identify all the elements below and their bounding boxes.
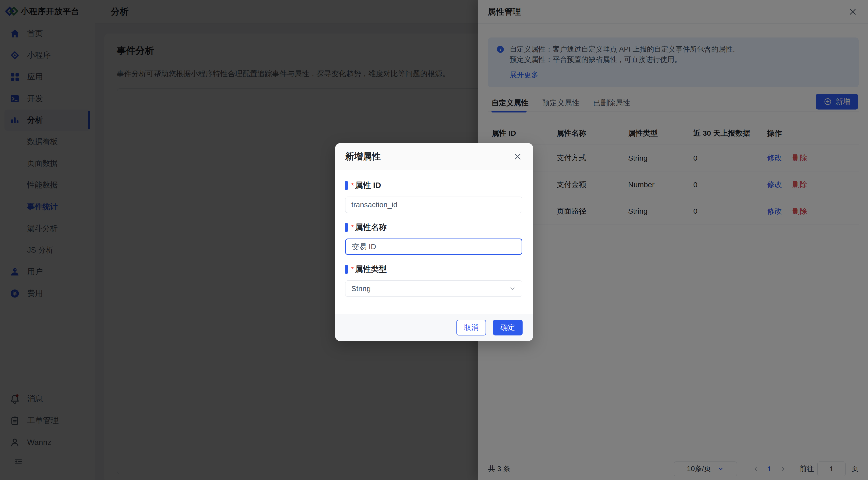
modal-title: 新增属性: [345, 151, 381, 163]
modal-footer: 取消 确定: [335, 314, 533, 341]
attr-id-input[interactable]: [345, 197, 522, 213]
attr-type-select[interactable]: String: [345, 281, 522, 297]
required-asterisk: *: [351, 265, 354, 274]
required-asterisk: *: [351, 181, 354, 190]
attr-type-label: 属性类型: [355, 264, 386, 275]
modal-header: 新增属性: [335, 143, 533, 170]
attr-name-input[interactable]: [345, 238, 522, 255]
attr-id-label: 属性 ID: [355, 180, 381, 191]
app-root: 小程序开放平台 首页 小程序: [0, 0, 868, 480]
confirm-button[interactable]: 确定: [493, 320, 523, 335]
required-asterisk: *: [351, 223, 354, 232]
label-accent-bar: [345, 223, 348, 232]
attr-type-label-row: * 属性类型: [345, 264, 523, 275]
attr-name-label: 属性名称: [355, 222, 386, 233]
cancel-button[interactable]: 取消: [457, 320, 486, 335]
attr-id-label-row: * 属性 ID: [345, 180, 523, 191]
modal-close-icon[interactable]: [512, 151, 523, 162]
add-attribute-modal: 新增属性 * 属性 ID * 属性名称 * 属性类型: [335, 143, 533, 341]
attr-name-label-row: * 属性名称: [345, 222, 523, 233]
label-accent-bar: [345, 265, 348, 274]
chevron-down-icon: [509, 285, 516, 292]
label-accent-bar: [345, 181, 348, 190]
modal-body: * 属性 ID * 属性名称 * 属性类型 String: [335, 170, 533, 297]
attr-type-value: String: [351, 284, 371, 293]
